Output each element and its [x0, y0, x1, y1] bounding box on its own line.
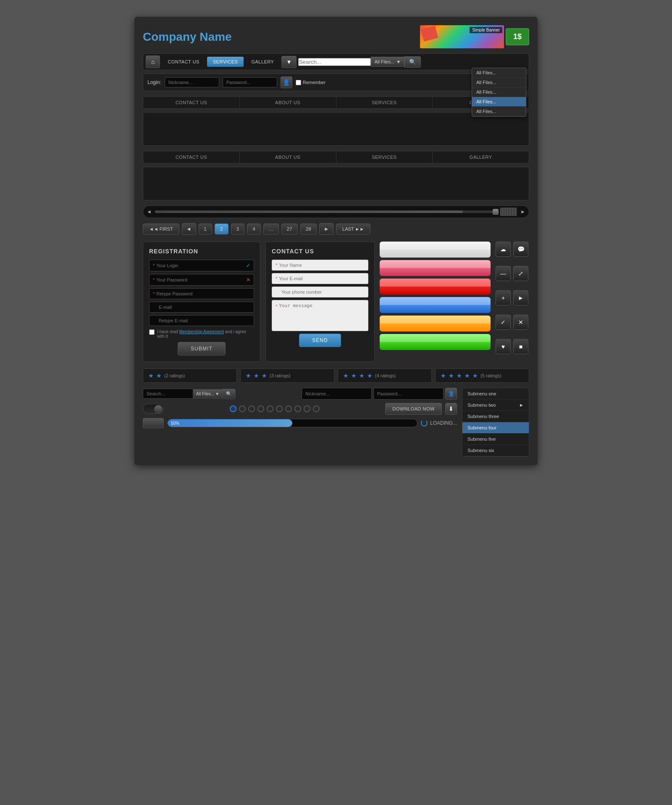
contact-name-input[interactable] — [279, 263, 365, 268]
banner-price[interactable]: 1$ — [506, 28, 529, 45]
page-1-button[interactable]: 1 — [199, 224, 213, 234]
color-btn-pink[interactable] — [380, 260, 491, 276]
nav-dropdown-button[interactable]: ▼ — [281, 56, 296, 68]
download-icon[interactable]: ⬇ — [445, 403, 457, 415]
remember-checkbox[interactable] — [296, 80, 301, 85]
nav-home-button[interactable]: ⌂ — [146, 55, 160, 68]
star-2-1: ★ — [246, 372, 251, 379]
page-4-button[interactable]: 4 — [247, 224, 261, 234]
submit-button[interactable]: SUBMIT — [178, 342, 225, 355]
banner-image[interactable]: Simple Banner — [420, 25, 504, 48]
page-prev-button[interactable]: ◄ — [182, 223, 196, 235]
sec-nav-contact-2[interactable]: CONTACT US — [143, 151, 240, 163]
submenu-item-6[interactable]: Submenu six — [462, 445, 529, 456]
page-next-button[interactable]: ► — [319, 223, 333, 235]
star-3-3: ★ — [359, 372, 365, 379]
submenu-item-5[interactable]: Submenu five — [462, 434, 529, 445]
sec-nav-about-1[interactable]: ABOUT US — [240, 97, 336, 108]
bottom-search-filter[interactable]: All Files... ▼ — [193, 389, 222, 399]
page-last-button[interactable]: LAST ►► — [336, 224, 370, 234]
page-3-button[interactable]: 3 — [231, 224, 245, 234]
login-bar: Login: 👤 Remember Join — [143, 74, 529, 91]
sec-nav-about-2[interactable]: ABOUT US — [240, 151, 336, 163]
slider-thumb[interactable] — [493, 209, 499, 215]
bottom-search-input[interactable] — [143, 389, 193, 399]
sec-nav-services-2[interactable]: SERVICES — [336, 151, 433, 163]
dropdown-item-5[interactable]: All Files... — [472, 107, 526, 116]
page-2-button[interactable]: 2 — [215, 224, 228, 234]
sec-nav-services-1[interactable]: SERVICES — [336, 97, 433, 108]
submenu-item-4[interactable]: Submenu four — [462, 422, 529, 434]
nav-search-filter[interactable]: All Files... ▼ — [371, 57, 405, 67]
color-btn-white[interactable] — [380, 242, 491, 258]
control-row-3: 50% LOADING... — [143, 418, 457, 428]
square-icon-btn[interactable]: ■ — [513, 339, 528, 354]
retype-email-input[interactable] — [159, 318, 250, 323]
nav-search-input[interactable] — [298, 58, 371, 66]
membership-agreement-link[interactable]: Membership Agreement — [179, 329, 224, 334]
submenu-item-1[interactable]: Submenu one — [462, 388, 529, 400]
your-login-input[interactable] — [156, 263, 244, 268]
contact-name-field: * — [272, 260, 368, 271]
minus-icon-btn[interactable]: — — [496, 266, 511, 281]
email-input[interactable] — [159, 305, 250, 310]
retype-password-input[interactable] — [156, 291, 250, 296]
your-password-input[interactable] — [156, 277, 244, 282]
password-input[interactable] — [223, 77, 277, 87]
plus-icon-btn[interactable]: + — [496, 290, 511, 305]
req-icon-message: * — [276, 304, 277, 309]
color-btn-red[interactable] — [380, 279, 491, 295]
dropdown-item-4[interactable]: All Files... — [472, 97, 526, 107]
dropdown-item-1[interactable]: All Files... — [472, 68, 526, 78]
contact-email-input[interactable] — [279, 276, 365, 281]
star-4-1: ★ — [441, 372, 446, 379]
small-toggle[interactable] — [143, 418, 164, 428]
rating-text-5: (5 ratings) — [480, 373, 501, 378]
bottom-password-input[interactable] — [373, 388, 444, 400]
cloud-icon-btn[interactable]: ☁ — [496, 242, 511, 257]
bottom-search-button[interactable]: 🔍 — [222, 389, 236, 399]
arrow-icon-btn[interactable]: ► — [513, 290, 528, 305]
page-27-button[interactable]: 27 — [281, 224, 298, 234]
dropdown-item-3[interactable]: All Files... — [472, 87, 526, 97]
user-icon[interactable]: 👤 — [281, 76, 292, 88]
color-btn-orange[interactable] — [380, 316, 491, 331]
nav-contact-button[interactable]: CONTACT US — [162, 57, 205, 67]
nav-dropdown-menu: All Files... All Files... All Files... A… — [472, 68, 526, 117]
color-btn-blue[interactable] — [380, 297, 491, 313]
submenu-item-3[interactable]: Submenu three — [462, 411, 529, 422]
submenu-item-2[interactable]: Submenu two ► — [462, 400, 529, 411]
sec-nav-contact-1[interactable]: CONTACT US — [143, 97, 240, 108]
dropdown-item-2[interactable]: All Files... — [472, 78, 526, 87]
chat-icon-btn[interactable]: 💬 — [513, 242, 528, 257]
page-28-button[interactable]: 28 — [300, 224, 317, 234]
star-4-5: ★ — [472, 372, 478, 379]
toggle-switch[interactable] — [143, 404, 164, 414]
x-icon-btn[interactable]: ✕ — [513, 315, 528, 330]
slider-right-arrow[interactable]: ► — [520, 209, 525, 215]
send-button[interactable]: SEND — [299, 334, 341, 347]
nickname-input[interactable] — [165, 77, 219, 87]
heart-icon-btn[interactable]: ♥ — [496, 339, 511, 354]
filter-arrow-icon: ▼ — [396, 59, 401, 64]
agree-checkbox[interactable] — [149, 329, 155, 335]
slider-left-arrow[interactable]: ◄ — [147, 209, 152, 215]
nav-services-button[interactable]: SERVICES — [207, 57, 244, 67]
slider-track[interactable] — [155, 210, 497, 213]
check-icon-btn[interactable]: ✓ — [496, 315, 511, 330]
x-icon: ✕ — [246, 277, 250, 283]
contact-message-textarea[interactable] — [279, 303, 365, 328]
sec-nav-gallery-2[interactable]: GALLERY — [433, 151, 529, 163]
contact-phone-input[interactable] — [281, 289, 365, 295]
rating-text-3: (3 ratings) — [270, 373, 291, 378]
download-button[interactable]: DOWNLOAD NOW — [385, 403, 442, 415]
bottom-nickname-input[interactable] — [302, 388, 372, 400]
color-btn-green[interactable] — [380, 334, 491, 350]
page-first-button[interactable]: ◄◄ FIRST — [143, 224, 179, 234]
nav-gallery-button[interactable]: GALLERY — [245, 57, 280, 67]
toggle-knob — [154, 405, 163, 413]
expand-icon-btn[interactable]: ⤢ — [513, 266, 528, 281]
bottom-user-icon[interactable]: 👤 — [445, 388, 457, 400]
nav-search-button[interactable]: 🔍 — [404, 56, 421, 68]
page-dots-button[interactable]: ... — [263, 224, 279, 234]
